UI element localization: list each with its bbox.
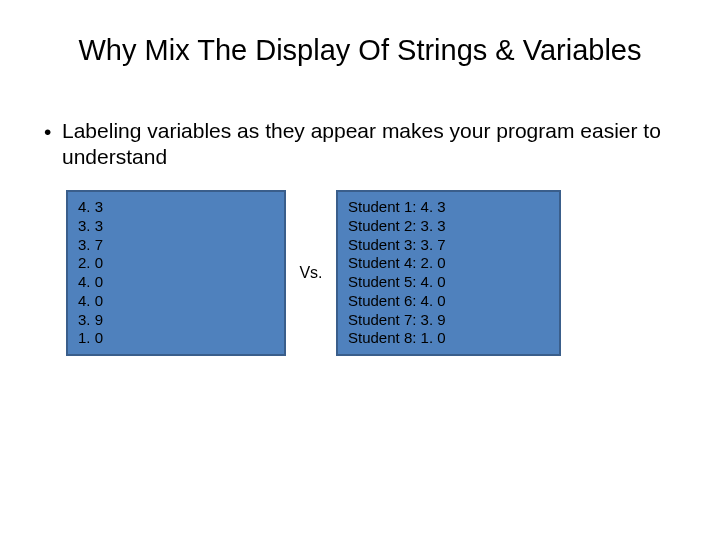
row-label: Student 6:	[348, 292, 421, 311]
list-item: Student 7: 3. 9	[348, 311, 549, 330]
row-label: Student 8:	[348, 329, 421, 348]
list-item: Student 5: 4. 0	[348, 273, 549, 292]
values-box-right: Student 1: 4. 3 Student 2: 3. 3 Student …	[336, 190, 561, 356]
row-label: Student 4:	[348, 254, 421, 273]
list-item: 4. 3	[78, 198, 274, 217]
row-value: 3. 9	[421, 311, 446, 328]
list-item: 2. 0	[78, 254, 274, 273]
vs-label: Vs.	[286, 264, 336, 282]
list-item: 4. 0	[78, 273, 274, 292]
row-label: Student 5:	[348, 273, 421, 292]
row-label: Student 2:	[348, 217, 421, 236]
list-item: 3. 7	[78, 236, 274, 255]
values-box-left: 4. 3 3. 3 3. 7 2. 0 4. 0 4. 0 3. 9 1. 0	[66, 190, 286, 356]
slide: Why Mix The Display Of Strings & Variabl…	[0, 0, 720, 540]
body-area: • Labeling variables as they appear make…	[44, 118, 676, 171]
row-value: 4. 3	[421, 198, 446, 215]
list-item: 1. 0	[78, 329, 274, 348]
bullet-marker: •	[44, 118, 62, 145]
row-label: Student 3:	[348, 236, 421, 255]
comparison-row: 4. 3 3. 3 3. 7 2. 0 4. 0 4. 0 3. 9 1. 0 …	[66, 190, 561, 356]
row-value: 1. 0	[421, 329, 446, 346]
list-item: Student 8: 1. 0	[348, 329, 549, 348]
list-item: Student 6: 4. 0	[348, 292, 549, 311]
bullet-text: Labeling variables as they appear makes …	[62, 118, 676, 171]
list-item: Student 3: 3. 7	[348, 236, 549, 255]
list-item: Student 2: 3. 3	[348, 217, 549, 236]
row-value: 4. 0	[421, 273, 446, 290]
bullet-item: • Labeling variables as they appear make…	[44, 118, 676, 171]
list-item: Student 1: 4. 3	[348, 198, 549, 217]
row-value: 3. 7	[421, 236, 446, 253]
slide-title: Why Mix The Display Of Strings & Variabl…	[0, 34, 720, 67]
list-item: 3. 3	[78, 217, 274, 236]
row-value: 2. 0	[421, 254, 446, 271]
list-item: 3. 9	[78, 311, 274, 330]
row-label: Student 1:	[348, 198, 421, 217]
list-item: Student 4: 2. 0	[348, 254, 549, 273]
row-value: 3. 3	[421, 217, 446, 234]
row-label: Student 7:	[348, 311, 421, 330]
list-item: 4. 0	[78, 292, 274, 311]
row-value: 4. 0	[421, 292, 446, 309]
